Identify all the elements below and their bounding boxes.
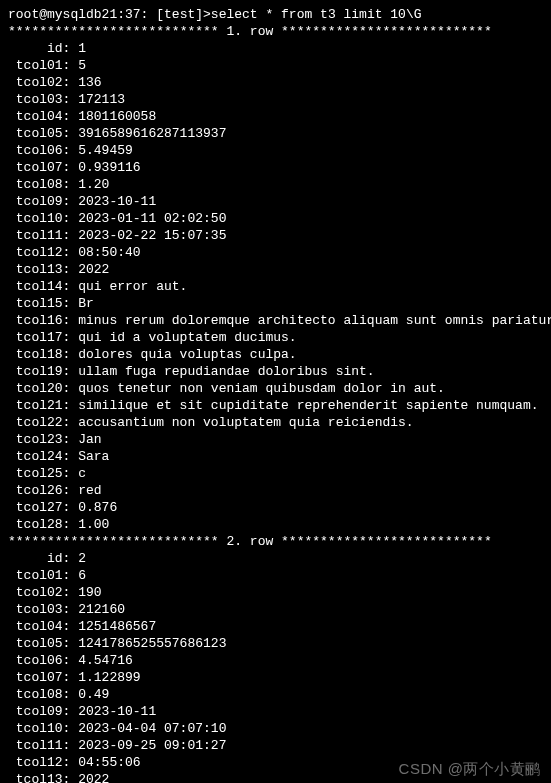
- field-colon: :: [63, 126, 79, 141]
- field-line: tcol17: qui id a voluptatem ducimus.: [8, 329, 543, 346]
- field-value-tcol09: 2023-10-11: [78, 194, 156, 209]
- field-name-tcol18: tcol18: [8, 346, 63, 363]
- field-colon: :: [63, 466, 79, 481]
- field-line: tcol01: 5: [8, 57, 543, 74]
- field-value-tcol08: 0.49: [78, 687, 109, 702]
- field-line: tcol08: 0.49: [8, 686, 543, 703]
- field-name-tcol04: tcol04: [8, 108, 63, 125]
- field-value-tcol26: red: [78, 483, 101, 498]
- field-colon: :: [63, 687, 79, 702]
- field-value-tcol27: 0.876: [78, 500, 117, 515]
- sep-stars-right: ***************************: [273, 534, 491, 549]
- field-name-tcol04: tcol04: [8, 618, 63, 635]
- field-value-tcol28: 1.00: [78, 517, 109, 532]
- field-colon: :: [63, 194, 79, 209]
- field-value-tcol07: 0.939116: [78, 160, 140, 175]
- field-line: tcol07: 1.122899: [8, 669, 543, 686]
- field-colon: :: [63, 551, 79, 566]
- field-colon: :: [63, 313, 79, 328]
- field-line: tcol19: ullam fuga repudiandae doloribus…: [8, 363, 543, 380]
- field-value-tcol16: minus rerum doloremque architecto aliqua…: [78, 313, 551, 328]
- field-value-tcol10: 2023-01-11 02:02:50: [78, 211, 226, 226]
- field-value-tcol22: accusantium non voluptatem quia reiciend…: [78, 415, 413, 430]
- field-value-tcol19: ullam fuga repudiandae doloribus sint.: [78, 364, 374, 379]
- field-value-tcol20: quos tenetur non veniam quibusdam dolor …: [78, 381, 445, 396]
- row-separator-2: *************************** 2. row *****…: [8, 533, 543, 550]
- field-colon: :: [63, 755, 79, 770]
- field-name-tcol07: tcol07: [8, 159, 63, 176]
- field-name-tcol05: tcol05: [8, 635, 63, 652]
- field-value-tcol05: 3916589616287113937: [78, 126, 226, 141]
- field-line: tcol12: 04:55:06: [8, 754, 543, 771]
- field-colon: :: [63, 398, 79, 413]
- field-value-tcol03: 212160: [78, 602, 125, 617]
- field-value-tcol04: 1251486567: [78, 619, 156, 634]
- prompt-user-host: root@mysqldb21:37:: [8, 7, 148, 22]
- field-value-tcol04: 1801160058: [78, 109, 156, 124]
- field-colon: :: [63, 296, 79, 311]
- field-name-id: id: [8, 550, 63, 567]
- field-line: tcol13: 2022: [8, 261, 543, 278]
- field-line: tcol26: red: [8, 482, 543, 499]
- field-line: tcol13: 2022: [8, 771, 543, 783]
- field-colon: :: [63, 738, 79, 753]
- field-colon: :: [63, 517, 79, 532]
- sep-stars-left: ***************************: [8, 24, 226, 39]
- field-line: tcol21: similique et sit cupiditate repr…: [8, 397, 543, 414]
- field-value-tcol02: 136: [78, 75, 101, 90]
- field-value-tcol12: 08:50:40: [78, 245, 140, 260]
- field-value-tcol06: 5.49459: [78, 143, 133, 158]
- field-colon: :: [63, 721, 79, 736]
- field-value-tcol25: c: [78, 466, 86, 481]
- field-value-tcol13: 2022: [78, 262, 109, 277]
- field-name-tcol11: tcol11: [8, 227, 63, 244]
- field-value-tcol23: Jan: [78, 432, 101, 447]
- field-line: tcol16: minus rerum doloremque architect…: [8, 312, 543, 329]
- field-line: tcol05: 3916589616287113937: [8, 125, 543, 142]
- field-value-tcol17: qui id a voluptatem ducimus.: [78, 330, 296, 345]
- result-row-1: id: 1tcol01: 5tcol02: 136tcol03: 172113t…: [8, 40, 543, 533]
- field-name-tcol20: tcol20: [8, 380, 63, 397]
- field-line: tcol22: accusantium non voluptatem quia …: [8, 414, 543, 431]
- field-line: tcol20: quos tenetur non veniam quibusda…: [8, 380, 543, 397]
- field-value-tcol11: 2023-02-22 15:07:35: [78, 228, 226, 243]
- field-value-tcol07: 1.122899: [78, 670, 140, 685]
- field-colon: :: [63, 279, 79, 294]
- field-name-tcol16: tcol16: [8, 312, 63, 329]
- field-line: id: 1: [8, 40, 543, 57]
- field-name-tcol07: tcol07: [8, 669, 63, 686]
- field-value-tcol21: similique et sit cupiditate reprehenderi…: [78, 398, 538, 413]
- field-value-tcol01: 5: [78, 58, 86, 73]
- field-value-tcol24: Sara: [78, 449, 109, 464]
- field-name-tcol15: tcol15: [8, 295, 63, 312]
- field-colon: :: [63, 75, 79, 90]
- field-value-tcol13: 2022: [78, 772, 109, 783]
- field-colon: :: [63, 670, 79, 685]
- field-colon: :: [63, 228, 79, 243]
- shell-prompt[interactable]: root@mysqldb21:37: [test]>select * from …: [8, 6, 543, 23]
- sep-label: 1. row: [226, 24, 273, 39]
- field-line: id: 2: [8, 550, 543, 567]
- field-colon: :: [63, 381, 79, 396]
- field-line: tcol06: 5.49459: [8, 142, 543, 159]
- field-line: tcol14: qui error aut.: [8, 278, 543, 295]
- field-line: tcol28: 1.00: [8, 516, 543, 533]
- field-line: tcol08: 1.20: [8, 176, 543, 193]
- field-value-tcol11: 2023-09-25 09:01:27: [78, 738, 226, 753]
- field-value-id: 1: [78, 41, 86, 56]
- field-colon: :: [63, 245, 79, 260]
- field-colon: :: [63, 177, 79, 192]
- field-value-tcol18: dolores quia voluptas culpa.: [78, 347, 296, 362]
- field-colon: :: [63, 704, 79, 719]
- field-name-tcol13: tcol13: [8, 261, 63, 278]
- field-value-tcol09: 2023-10-11: [78, 704, 156, 719]
- field-colon: :: [63, 636, 79, 651]
- field-line: tcol03: 212160: [8, 601, 543, 618]
- field-line: tcol04: 1251486567: [8, 618, 543, 635]
- field-line: tcol23: Jan: [8, 431, 543, 448]
- field-name-tcol10: tcol10: [8, 210, 63, 227]
- field-line: tcol27: 0.876: [8, 499, 543, 516]
- field-value-tcol02: 190: [78, 585, 101, 600]
- field-colon: :: [63, 772, 79, 783]
- field-value-tcol12: 04:55:06: [78, 755, 140, 770]
